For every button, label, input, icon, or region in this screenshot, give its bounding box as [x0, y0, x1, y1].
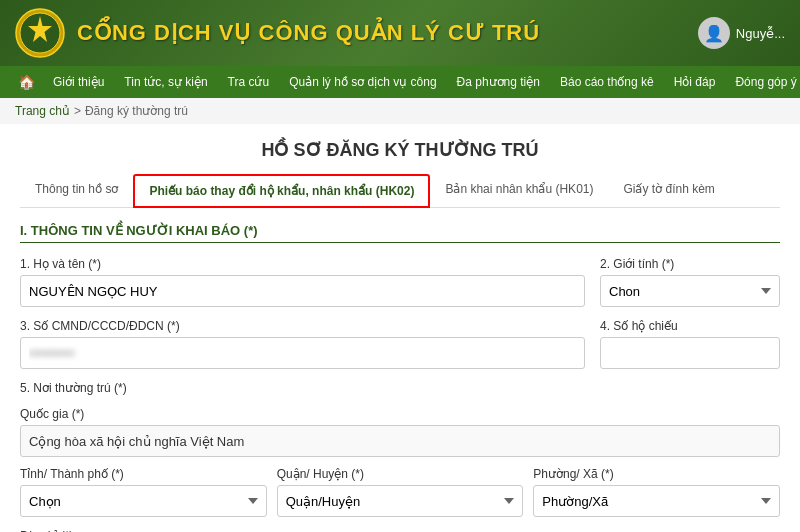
label-cmnd: 3. Số CMND/CCCD/ĐDCN (*) [20, 319, 585, 333]
breadcrumb-separator: > [74, 104, 81, 118]
breadcrumb: Trang chủ > Đăng ký thường trú [0, 98, 800, 124]
site-title: CỔNG DỊCH VỤ CÔNG QUẢN LÝ CƯ TRÚ [77, 20, 698, 46]
select-gioi-tinh[interactable]: Chon Nam Nữ [600, 275, 780, 307]
label-ho-ten: 1. Họ và tên (*) [20, 257, 585, 271]
nav-item-4[interactable]: Đa phương tiện [447, 67, 550, 97]
label-noi-thuong-tru: 5. Nơi thường trú (*) [20, 381, 780, 395]
label-phuong: Phường/ Xã (*) [533, 467, 780, 481]
nav-item-0[interactable]: Giới thiệu [43, 67, 114, 97]
tab-phieu-bao[interactable]: Phiếu báo thay đổi hộ khẩu, nhân khẩu (H… [133, 174, 430, 208]
breadcrumb-home[interactable]: Trang chủ [15, 104, 70, 118]
input-cmnd[interactable] [20, 337, 585, 369]
address-selects-row: Tỉnh/ Thành phố (*) Chọn Quận/ Huyện (*)… [20, 467, 780, 517]
tab-ban-khai[interactable]: Bản khai nhân khẩu (HK01) [430, 173, 608, 207]
main-nav: 🏠 Giới thiệu Tin tức, sự kiện Tra cứu Qu… [0, 66, 800, 98]
nav-item-2[interactable]: Tra cứu [218, 67, 280, 97]
phuong-group: Phường/ Xã (*) Phường/Xã [533, 467, 780, 517]
form-row-3: 5. Nơi thường trú (*) [20, 381, 780, 395]
select-phuong[interactable]: Phường/Xã [533, 485, 780, 517]
nav-item-3[interactable]: Quản lý hồ sơ dịch vụ công [279, 67, 446, 97]
logo [15, 8, 65, 58]
nav-item-5[interactable]: Báo cáo thống kê [550, 67, 664, 97]
quoc-gia-group: Quốc gia (*) [20, 407, 780, 457]
tab-thong-tin-ho-so[interactable]: Thông tin hồ sơ [20, 173, 133, 207]
input-quoc-gia[interactable] [20, 425, 780, 457]
input-ho-ten[interactable] [20, 275, 585, 307]
nav-item-6[interactable]: Hỏi đáp [664, 67, 726, 97]
form-row-1: 1. Họ và tên (*) 2. Giới tính (*) Chon N… [20, 257, 780, 307]
breadcrumb-current: Đăng ký thường trú [85, 104, 188, 118]
section1-title: I. THÔNG TIN VỀ NGƯỜI KHAI BÁO (*) [20, 223, 780, 243]
username: Nguyễ... [736, 26, 785, 41]
input-ho-chieu[interactable] [600, 337, 780, 369]
tab-bar: Thông tin hồ sơ Phiếu báo thay đổi hộ kh… [20, 173, 780, 208]
avatar: 👤 [698, 17, 730, 49]
label-quoc-gia: Quốc gia (*) [20, 407, 780, 421]
field-noi-thuong-tru: 5. Nơi thường trú (*) [20, 381, 780, 395]
nav-item-7[interactable]: Đóng góp ý kiến [725, 67, 800, 97]
main-content: HỒ SƠ ĐĂNG KÝ THƯỜNG TRÚ Thông tin hồ sơ… [0, 124, 800, 532]
nav-item-1[interactable]: Tin tức, sự kiện [114, 67, 217, 97]
field-ho-chieu: 4. Số hộ chiếu [600, 319, 780, 369]
form-row-2: 3. Số CMND/CCCD/ĐDCN (*) 4. Số hộ chiếu [20, 319, 780, 369]
field-gioi-tinh: 2. Giới tính (*) Chon Nam Nữ [600, 257, 780, 307]
tab-giay-to[interactable]: Giấy tờ đính kèm [608, 173, 729, 207]
field-cmnd: 3. Số CMND/CCCD/ĐDCN (*) [20, 319, 585, 369]
field-ho-ten: 1. Họ và tên (*) [20, 257, 585, 307]
select-quan[interactable]: Quận/Huyện [277, 485, 524, 517]
label-quan: Quận/ Huyện (*) [277, 467, 524, 481]
user-menu[interactable]: 👤 Nguyễ... [698, 17, 785, 49]
nav-home[interactable]: 🏠 [10, 66, 43, 98]
quan-group: Quận/ Huyện (*) Quận/Huyện [277, 467, 524, 517]
page-title: HỒ SƠ ĐĂNG KÝ THƯỜNG TRÚ [20, 124, 780, 173]
label-gioi-tinh: 2. Giới tính (*) [600, 257, 780, 271]
select-tinh[interactable]: Chọn [20, 485, 267, 517]
header: CỔNG DỊCH VỤ CÔNG QUẢN LÝ CƯ TRÚ 👤 Nguyễ… [0, 0, 800, 66]
label-ho-chieu: 4. Số hộ chiếu [600, 319, 780, 333]
label-tinh: Tỉnh/ Thành phố (*) [20, 467, 267, 481]
tinh-group: Tỉnh/ Thành phố (*) Chọn [20, 467, 267, 517]
